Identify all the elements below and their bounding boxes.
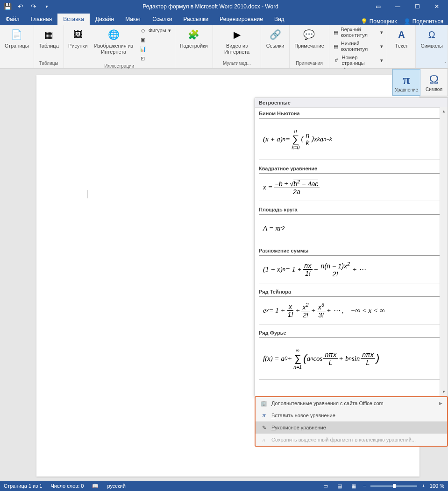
shapes-label: Фигуры: [149, 28, 166, 33]
tab-design[interactable]: Дизайн: [90, 14, 120, 25]
gallery-item-quadratic[interactable]: Квадратное уравнение x = −b ± √b2 − 4ac2…: [255, 163, 448, 204]
close-icon[interactable]: ✕: [427, 0, 446, 13]
text-button[interactable]: A Текст: [390, 26, 412, 50]
eq-preview: f(x) = a0 + ∞∑n=1 (an cosnπxL + bn sinnπ…: [259, 337, 444, 379]
gallery-item-circle-area[interactable]: Площадь круга A = πr2: [255, 204, 448, 245]
tab-mailings[interactable]: Рассылки: [178, 14, 214, 25]
symbols-split-dropdown: π Уравнение Ω Символ: [392, 69, 448, 96]
smartart-button[interactable]: ▣: [138, 35, 172, 44]
link-icon: 🔗: [268, 27, 283, 42]
shapes-icon: ◇: [139, 27, 147, 34]
screenshot-icon: ⊡: [139, 55, 147, 62]
online-video-button[interactable]: ▶ Видео из Интернета: [216, 26, 258, 56]
links-button[interactable]: 🔗 Ссылки: [264, 26, 286, 50]
submenu-arrow-icon: ▶: [439, 401, 442, 406]
tab-layout[interactable]: Макет: [120, 14, 147, 25]
page-indicator[interactable]: Страница 1 из 1: [4, 483, 42, 489]
tab-view[interactable]: Вид: [269, 14, 290, 25]
group-pages: 📄 Страницы: [0, 25, 34, 68]
insert-equation-item[interactable]: π Вставить новое уравнение: [256, 409, 447, 421]
shapes-button[interactable]: ◇Фигуры ▾: [138, 26, 172, 35]
eq-title: Разложение суммы: [259, 248, 444, 253]
symbols-button[interactable]: Ω Символы: [419, 26, 445, 50]
addins-button[interactable]: 🧩 Надстройки: [178, 26, 210, 50]
zoom-in-icon[interactable]: +: [422, 483, 425, 489]
table-icon: ▦: [41, 27, 56, 42]
word-count[interactable]: Число слов: 0: [50, 483, 84, 489]
gallery-item-expansion[interactable]: Разложение суммы (1 + x)n = 1 + nx1! + n…: [255, 245, 448, 286]
group-label: [3, 60, 31, 67]
scroll-down-icon[interactable]: ▼: [440, 388, 448, 396]
more-equations-item[interactable]: 🏢 Дополнительные уравнения с сайта Offic…: [256, 397, 447, 409]
maximize-icon[interactable]: ☐: [408, 0, 427, 13]
table-button[interactable]: ▦ Таблица: [37, 26, 61, 50]
group-media: ▶ Видео из Интернета Мультимед...: [213, 25, 261, 68]
redo-icon[interactable]: ↷: [28, 1, 39, 12]
ink-equation-item[interactable]: ✎ Рукописное уравнение: [256, 421, 447, 434]
minimize-icon[interactable]: —: [388, 0, 407, 13]
more-equations-label: Дополнительные уравнения с сайта Office.…: [271, 400, 384, 406]
qat-customize-icon[interactable]: ▼: [41, 1, 52, 12]
tab-review[interactable]: Рецензирование: [214, 14, 269, 25]
group-links: 🔗 Ссылки: [261, 25, 290, 68]
text-label: Текст: [395, 43, 408, 49]
web-layout-icon[interactable]: ▦: [349, 482, 358, 490]
zoom-slider[interactable]: [370, 485, 417, 487]
online-pictures-label: Изображения из Интернета: [93, 43, 135, 55]
ribbon-options-icon[interactable]: ▭: [369, 0, 387, 13]
titlebar: 💾 ↶ ↷ ▼ Редактор формул в Microsoft Word…: [0, 0, 448, 13]
zoom-out-icon[interactable]: −: [363, 483, 366, 489]
undo-icon[interactable]: ↶: [15, 1, 26, 12]
media-group-label: Мультимед...: [216, 60, 258, 67]
equation-gallery: Встроенные Бином Ньютона (x + a)n = n∑k=…: [255, 98, 448, 396]
tell-me-button[interactable]: 💡 Помощник: [361, 18, 397, 25]
tab-references[interactable]: Ссылки: [147, 14, 178, 25]
video-label: Видео из Интернета: [218, 43, 256, 55]
gallery-footer-menu: 🏢 Дополнительные уравнения с сайта Offic…: [255, 396, 448, 447]
links-label: Ссылки: [266, 43, 284, 49]
symbol-button[interactable]: Ω Символ: [420, 69, 448, 96]
screenshot-button[interactable]: ⊡: [138, 54, 172, 63]
window-title: Редактор формул в Microsoft Word 2010.do…: [52, 3, 369, 10]
collapse-ribbon-icon[interactable]: ˆ: [445, 62, 446, 67]
gallery-header: Встроенные: [255, 98, 448, 108]
share-button[interactable]: 👤 Поделиться: [404, 18, 443, 25]
comment-button[interactable]: 💬 Примечание: [292, 26, 326, 50]
gallery-item-fourier[interactable]: Ряд Фурье f(x) = a0 + ∞∑n=1 (an cosnπxL …: [255, 327, 448, 382]
save-equation-label: Сохранить выделенный фрагмент в коллекци…: [271, 437, 416, 442]
spellcheck-icon[interactable]: 📖: [92, 483, 99, 489]
pages-button[interactable]: 📄 Страницы: [3, 26, 31, 50]
tab-insert[interactable]: Вставка: [57, 14, 90, 25]
save-icon[interactable]: 💾: [2, 1, 13, 12]
zoom-level[interactable]: 100 %: [430, 483, 444, 489]
equation-button[interactable]: π Уравнение: [392, 69, 420, 96]
pictures-button[interactable]: 🖼 Рисунки: [67, 26, 89, 50]
pagenum-label: Номер страницы: [342, 55, 379, 66]
language-indicator[interactable]: русский: [107, 483, 125, 489]
omega-icon: Ω: [424, 27, 439, 42]
page-number-button[interactable]: #Номер страницы ▾: [332, 54, 384, 66]
group-headerfooter: ▤Верхний колонтитул ▾ ▤Нижний колонтитул…: [329, 25, 388, 68]
footer-label: Нижний колонтитул: [341, 41, 379, 52]
textbox-icon: A: [394, 27, 409, 42]
scroll-up-icon[interactable]: ▲: [440, 107, 448, 115]
pi-icon: π: [260, 412, 268, 419]
gallery-item-binomial[interactable]: Бином Ньютона (x + a)n = n∑k=0 (nk) xkan…: [255, 108, 448, 163]
gallery-scrollbar[interactable]: ▲ ▼: [440, 107, 448, 396]
print-layout-icon[interactable]: ▤: [335, 482, 344, 490]
gallery-body[interactable]: Бином Ньютона (x + a)n = n∑k=0 (nk) xkan…: [255, 108, 448, 395]
comment-label: Примечание: [294, 43, 324, 49]
header-button[interactable]: ▤Верхний колонтитул ▾: [332, 26, 384, 38]
online-pictures-button[interactable]: 🌐 Изображения из Интернета: [91, 26, 136, 56]
chart-button[interactable]: 📊: [138, 45, 172, 53]
footer-button[interactable]: ▤Нижний колонтитул ▾: [332, 40, 384, 52]
tab-home[interactable]: Главная: [25, 14, 58, 25]
chart-icon: 📊: [139, 45, 147, 53]
page-icon: 📄: [9, 27, 24, 42]
eq-preview: x = −b ± √b2 − 4ac2a: [259, 173, 444, 201]
picture-icon: 🖼: [71, 27, 85, 42]
gallery-item-taylor[interactable]: Ряд Тейлора ex = 1 + x1! + x22! + x33! +…: [255, 286, 448, 327]
read-mode-icon[interactable]: ▭: [321, 482, 330, 490]
tab-file[interactable]: Файл: [0, 14, 25, 25]
zoom-thumb[interactable]: [393, 484, 396, 488]
